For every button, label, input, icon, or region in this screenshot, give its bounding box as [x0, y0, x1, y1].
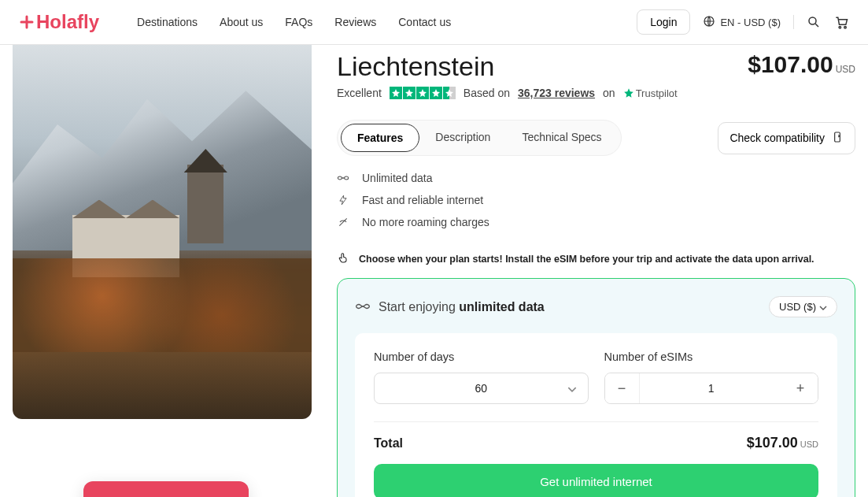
chevron-down-icon: [819, 301, 827, 313]
divider: [793, 15, 794, 29]
feature-item: Unlimited data: [337, 172, 855, 184]
nav-reviews[interactable]: Reviews: [334, 16, 376, 28]
nav-faqs[interactable]: FAQs: [285, 16, 312, 28]
increment-button[interactable]: +: [783, 373, 818, 403]
tab-specs[interactable]: Technical Specs: [506, 124, 617, 152]
currency-selector[interactable]: USD ($): [769, 296, 837, 317]
nav-contact[interactable]: Contact us: [398, 16, 451, 28]
rating-row: Excellent Based on 36,723 reviews on Tru…: [337, 87, 855, 99]
decrement-button[interactable]: −: [605, 373, 640, 403]
header-price: $107.00USD: [748, 51, 855, 78]
chevron-down-icon: [567, 382, 577, 395]
login-button[interactable]: Login: [637, 9, 690, 35]
get-internet-button[interactable]: Get unlimited internet: [374, 464, 818, 497]
trustpilot-logo: Trustpilot: [623, 87, 678, 99]
divider: [374, 421, 818, 422]
search-icon[interactable]: [807, 15, 821, 29]
tap-icon: [337, 250, 349, 267]
based-on-text: Based on: [464, 87, 510, 99]
esims-label: Number of eSIMs: [604, 350, 819, 363]
activation-notice: Choose when your plan starts! Install th…: [337, 250, 855, 267]
svg-rect-4: [835, 132, 840, 142]
nav-about[interactable]: About us: [220, 16, 263, 28]
days-select[interactable]: 60: [374, 373, 589, 404]
quantity-stepper: − 1 +: [604, 373, 819, 404]
svg-point-2: [839, 26, 841, 28]
rating-label: Excellent: [337, 87, 382, 99]
tab-description[interactable]: Description: [419, 124, 506, 152]
infinity-icon: [337, 174, 349, 182]
svg-point-1: [809, 17, 816, 24]
config-panel: Start enjoying unlimited data USD ($) Nu…: [337, 278, 855, 497]
total-row: Total $107.00USD: [374, 435, 818, 451]
feature-item: No more roaming charges: [337, 216, 855, 228]
days-label: Number of days: [374, 350, 589, 363]
header: Holafly Destinations About us FAQs Revie…: [0, 0, 868, 45]
trustpilot-stars: [390, 87, 456, 99]
tabs: Features Description Technical Specs: [337, 120, 622, 156]
quantity-value: 1: [640, 373, 784, 403]
enjoy-heading: Start enjoying unlimited data: [355, 300, 545, 314]
hero-image: [13, 45, 312, 419]
brand-logo[interactable]: Holafly: [19, 11, 99, 33]
feature-item: Fast and reliable internet: [337, 194, 855, 206]
reviews-link[interactable]: 36,723 reviews: [518, 87, 595, 99]
cart-icon[interactable]: [833, 14, 849, 30]
qr-card: +H Scan the QR code and connect instantl…: [83, 481, 249, 497]
check-compatibility-button[interactable]: Check compatibility: [718, 122, 855, 154]
locale-selector[interactable]: EN - USD ($): [703, 15, 781, 30]
bolt-icon: [337, 194, 349, 206]
infinity-icon: [355, 300, 371, 314]
page-title: Liechtenstein: [337, 51, 494, 82]
main-nav: Destinations About us FAQs Reviews Conta…: [137, 16, 451, 28]
nav-destinations[interactable]: Destinations: [137, 16, 198, 28]
features-list: Unlimited data Fast and reliable interne…: [337, 172, 855, 228]
no-roaming-icon: [337, 216, 349, 228]
device-check-icon: [831, 131, 844, 146]
globe-icon: [703, 15, 715, 30]
tab-features[interactable]: Features: [341, 124, 419, 152]
svg-point-3: [844, 26, 847, 28]
